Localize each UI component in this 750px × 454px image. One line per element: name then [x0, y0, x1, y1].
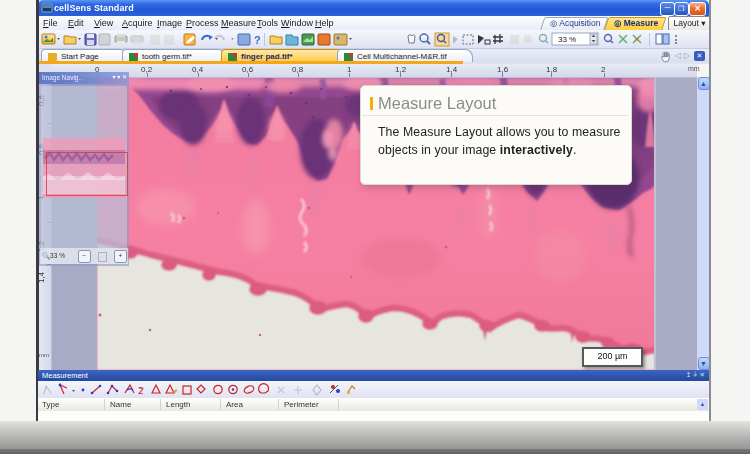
svg-text:2⃗: 2⃗ — [138, 386, 144, 396]
svg-text:?: ? — [254, 34, 261, 46]
svg-text:33 %: 33 % — [558, 35, 576, 44]
